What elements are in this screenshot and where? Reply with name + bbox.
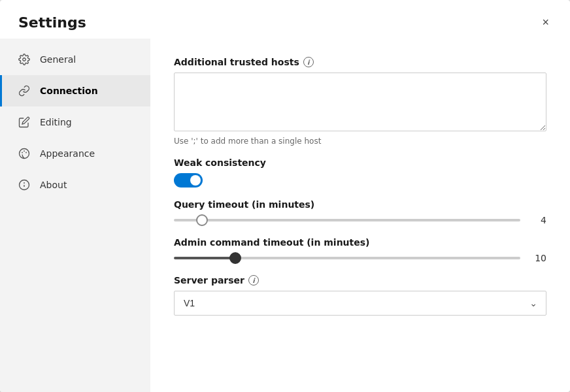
svg-point-2 (22, 152, 23, 154)
about-icon (18, 178, 31, 191)
admin-timeout-label: Admin command timeout (in minutes) (174, 237, 546, 248)
sidebar-item-editing[interactable]: Editing (0, 106, 150, 138)
weak-consistency-toggle-wrap (174, 173, 546, 188)
query-timeout-slider-row: 4 (174, 215, 546, 225)
server-parser-dropdown[interactable]: V1 V2 V3 (174, 291, 546, 316)
svg-point-1 (20, 149, 29, 159)
edit-icon (18, 116, 31, 129)
server-parser-label: Server parser i (174, 275, 546, 286)
admin-timeout-slider-row: 10 (174, 253, 546, 263)
svg-point-0 (23, 58, 26, 61)
trusted-hosts-info-icon: i (303, 57, 314, 67)
server-parser-info-icon: i (248, 275, 259, 286)
admin-timeout-value: 10 (528, 253, 546, 263)
sidebar-item-editing-label: Editing (40, 117, 72, 127)
sidebar-item-appearance[interactable]: Appearance (0, 138, 150, 169)
svg-point-3 (24, 150, 25, 152)
settings-dialog: Settings × General (0, 0, 570, 392)
trusted-hosts-label: Additional trusted hosts i (174, 57, 546, 67)
dialog-header: Settings × (0, 0, 570, 39)
sidebar-item-about[interactable]: About (0, 169, 150, 201)
admin-timeout-section: Admin command timeout (in minutes) 10 (174, 237, 546, 263)
sidebar-item-about-label: About (40, 180, 67, 190)
query-timeout-label: Query timeout (in minutes) (174, 199, 546, 210)
dialog-body: General Connection Edi (0, 39, 570, 392)
toggle-slider (174, 173, 203, 188)
weak-consistency-section: Weak consistency (174, 157, 546, 188)
sidebar-item-general-label: General (40, 54, 76, 65)
sidebar-item-appearance-label: Appearance (40, 148, 95, 159)
svg-point-4 (25, 152, 27, 154)
server-parser-section: Server parser i V1 V2 V3 ⌄ (174, 275, 546, 316)
query-timeout-value: 4 (528, 215, 546, 225)
gear-icon (18, 53, 31, 66)
trusted-hosts-section: Additional trusted hosts i Use ';' to ad… (174, 57, 546, 146)
admin-timeout-slider[interactable] (174, 257, 520, 259)
query-timeout-slider[interactable] (174, 219, 520, 221)
connection-icon (18, 84, 31, 97)
weak-consistency-toggle[interactable] (174, 173, 203, 188)
query-timeout-section: Query timeout (in minutes) 4 (174, 199, 546, 225)
server-parser-dropdown-wrap: V1 V2 V3 ⌄ (174, 291, 546, 316)
trusted-hosts-hint: Use ';' to add more than a single host (174, 137, 546, 146)
sidebar-item-general[interactable]: General (0, 44, 150, 75)
palette-icon (18, 147, 31, 160)
close-button[interactable]: × (539, 13, 552, 32)
dialog-title: Settings (18, 14, 86, 31)
sidebar-item-connection[interactable]: Connection (0, 75, 150, 106)
weak-consistency-label: Weak consistency (174, 157, 546, 168)
sidebar-item-connection-label: Connection (40, 86, 98, 96)
trusted-hosts-input[interactable] (174, 73, 546, 131)
main-content: Additional trusted hosts i Use ';' to ad… (150, 39, 570, 392)
sidebar: General Connection Edi (0, 39, 150, 392)
